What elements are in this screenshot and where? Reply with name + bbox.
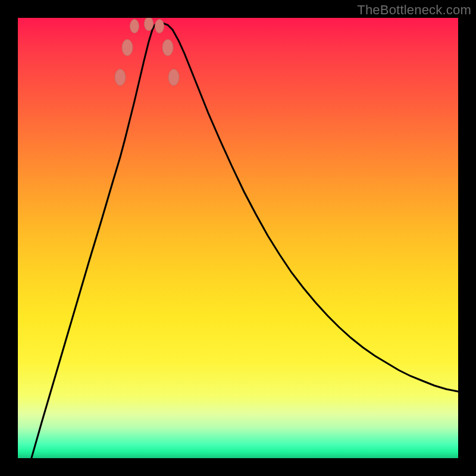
bottleneck-curve — [18, 23, 458, 458]
data-marker — [145, 18, 154, 31]
curve-layer — [18, 23, 458, 458]
data-marker — [115, 69, 126, 86]
chart-frame: TheBottleneck.com — [0, 0, 476, 476]
chart-svg — [18, 18, 458, 458]
plot-area — [18, 18, 458, 458]
data-marker — [130, 20, 139, 33]
watermark-text: TheBottleneck.com — [357, 2, 471, 18]
data-marker — [122, 39, 133, 56]
data-marker — [155, 20, 164, 33]
data-marker — [168, 69, 179, 86]
data-marker — [162, 39, 173, 56]
